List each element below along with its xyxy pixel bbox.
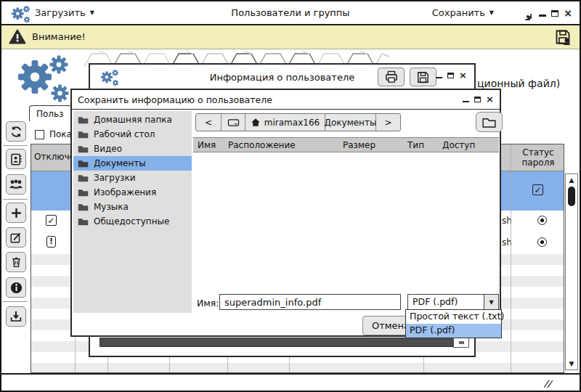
- minimize-icon[interactable]: [463, 101, 469, 103]
- column-location: Расположение: [228, 140, 296, 150]
- maximize-icon[interactable]: [551, 10, 558, 17]
- toolbar-separator: [3, 199, 28, 200]
- file-list-area[interactable]: [193, 152, 499, 291]
- place-desktop[interactable]: Рабочий стол: [73, 127, 192, 142]
- tab-users[interactable]: Польз: [29, 105, 72, 121]
- info-icon: [9, 281, 23, 295]
- nav-home-button[interactable]: miramax166: [245, 114, 325, 131]
- home-icon: [251, 118, 261, 127]
- close-icon[interactable]: ×: [459, 71, 467, 80]
- minimize-icon[interactable]: [539, 15, 546, 17]
- checkbox-checked[interactable]: ✓: [46, 215, 57, 226]
- warning-banner: Внимание!: [1, 25, 580, 49]
- chevron-down-icon: ▼: [489, 9, 494, 16]
- folder-icon: [78, 144, 89, 153]
- save-dialog-window-controls: ×: [463, 95, 494, 104]
- user-info-titlebar: Информация о пользователе ×: [90, 65, 474, 91]
- toolbar-separator: [3, 145, 28, 146]
- combo-dropdown-icon[interactable]: ▼: [484, 295, 498, 309]
- horizontal-scrollbar[interactable]: [99, 338, 455, 347]
- checkbox-checked[interactable]: ✓: [532, 184, 543, 195]
- column-access: Доступ: [442, 140, 475, 150]
- printer-icon: [384, 70, 399, 84]
- filename-label: Имя:: [197, 298, 219, 309]
- close-icon[interactable]: ×: [486, 95, 494, 104]
- plus-icon: [10, 207, 23, 219]
- filetype-dropdown-popup: Простой текст (.txt) PDF (.pdf): [405, 309, 502, 338]
- scroll-up-icon[interactable]: ▲: [566, 176, 577, 184]
- new-folder-icon: [482, 117, 496, 128]
- folder-icon: [78, 115, 89, 124]
- resize-grip[interactable]: [544, 380, 553, 388]
- scrollbar-thumb[interactable]: [568, 187, 575, 206]
- print-button[interactable]: [378, 68, 405, 86]
- save-file-button[interactable]: [410, 68, 436, 86]
- user-account-button[interactable]: [6, 149, 26, 169]
- address-book-icon: [9, 152, 23, 166]
- toolbar-separator: [3, 301, 28, 302]
- place-home-folder[interactable]: Домашняя папка: [73, 113, 192, 127]
- folder-icon: [78, 173, 89, 182]
- folder-icon: [78, 159, 89, 168]
- nav-path-documents-button[interactable]: Документы: [325, 114, 376, 131]
- nav-forward-button[interactable]: >: [376, 114, 400, 131]
- table-vertical-scrollbar[interactable]: ▲ ▼: [565, 173, 578, 370]
- download-button[interactable]: [6, 306, 26, 327]
- main-titlebar: Загрузить ▼ Пользователи и группы Сохран…: [1, 1, 580, 25]
- place-documents-selected[interactable]: Документы: [73, 156, 192, 171]
- refresh-button[interactable]: [6, 121, 26, 142]
- add-button[interactable]: [6, 203, 26, 223]
- show-filter-checkbox[interactable]: [35, 130, 44, 139]
- nav-drive-button[interactable]: [222, 114, 245, 131]
- groups-button[interactable]: [6, 174, 26, 195]
- edit-pencil-icon: [9, 231, 23, 244]
- group-icon: [9, 178, 23, 191]
- radio-selected[interactable]: [537, 237, 547, 247]
- close-icon[interactable]: ×: [564, 9, 572, 17]
- nav-back-button[interactable]: <: [196, 114, 222, 131]
- delete-button[interactable]: [6, 252, 26, 272]
- settings-gear-icon[interactable]: [518, 7, 532, 20]
- filetype-select[interactable]: PDF (.pdf) ▼: [407, 294, 499, 310]
- download-icon: [9, 310, 23, 323]
- scroll-down-icon[interactable]: ▼: [566, 360, 577, 367]
- save-user-report-icon[interactable]: [553, 28, 572, 46]
- user-info-window-controls: ×: [436, 71, 467, 80]
- column-password-status: Статус пароля: [512, 147, 564, 168]
- place-pictures[interactable]: Изображения: [73, 185, 192, 200]
- column-name: Имя: [198, 140, 216, 150]
- save-menu[interactable]: Сохранить ▼: [432, 7, 494, 18]
- minimize-icon[interactable]: [436, 77, 442, 79]
- place-music[interactable]: Музыка: [73, 200, 192, 214]
- exclamation-badge-icon: !: [46, 236, 56, 248]
- edit-button[interactable]: [6, 227, 26, 248]
- file-list-header: Имя Расположение Размер Тип Доступ: [193, 137, 499, 152]
- folder-icon: [78, 217, 89, 226]
- radio-selected[interactable]: [537, 216, 547, 225]
- floppy-save-icon: [416, 70, 430, 84]
- save-dialog-title: Сохранить информацию о пользователе: [78, 94, 272, 105]
- save-dialog-titlebar: Сохранить информацию о пользователе ×: [72, 90, 500, 110]
- info-button[interactable]: [6, 277, 26, 298]
- column-size: Размер: [343, 140, 375, 150]
- place-public[interactable]: Общедоступные: [73, 214, 192, 229]
- column-type: Тип: [407, 140, 424, 150]
- main-window-controls: ×: [539, 9, 572, 17]
- filename-input[interactable]: [219, 294, 401, 310]
- folder-icon: [78, 188, 89, 197]
- filetype-selected-value: PDF (.pdf): [408, 295, 484, 309]
- refresh-icon: [9, 125, 23, 139]
- maximize-icon[interactable]: [447, 73, 454, 78]
- place-downloads[interactable]: Загрузки: [73, 171, 192, 185]
- new-folder-button[interactable]: [476, 112, 503, 132]
- folder-icon: [78, 130, 89, 139]
- tab-users-label: Польз: [36, 109, 64, 119]
- filetype-option-pdf-highlighted[interactable]: PDF (.pdf): [406, 324, 501, 338]
- scrollbar-end-button[interactable]: [453, 337, 469, 348]
- maximize-icon[interactable]: [474, 97, 481, 102]
- app-logo-large: [15, 54, 70, 103]
- place-video[interactable]: Видео: [73, 142, 192, 156]
- filetype-option-txt[interactable]: Простой текст (.txt): [406, 310, 501, 324]
- path-navigation: < miramax166 Документы >: [195, 113, 401, 131]
- warning-triangle-icon: [9, 29, 26, 44]
